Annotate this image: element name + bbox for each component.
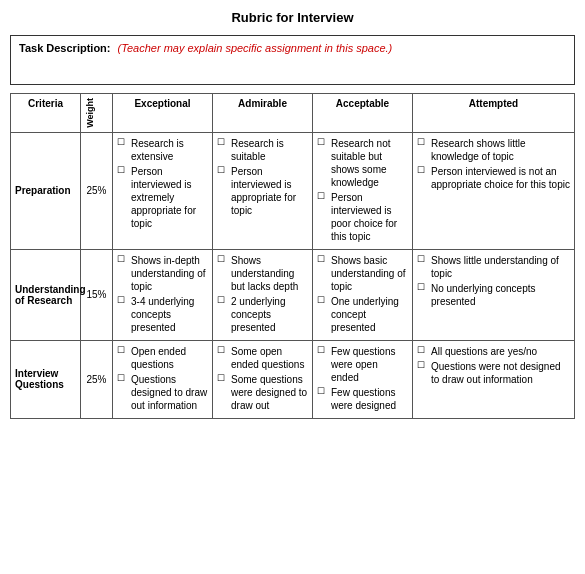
list-item: Research is extensive [117,137,208,163]
header-exceptional: Exceptional [113,94,213,133]
list-item: Person interviewed is extremely appropri… [117,165,208,230]
admirable-cell: Shows understanding but lacks depth2 und… [213,249,313,340]
page-title: Rubric for Interview [10,10,575,25]
acceptable-cell: Shows basic understanding of topicOne un… [313,249,413,340]
criteria-cell: Interview Questions [11,340,81,418]
admirable-cell: Research is suitablePerson interviewed i… [213,132,313,249]
task-description-box: Task Description: (Teacher may explain s… [10,35,575,85]
list-item: Some questions were designed to draw out [217,373,308,412]
rubric-body: Preparation25%Research is extensivePerso… [11,132,575,418]
acceptable-cell: Research not suitable but shows some kno… [313,132,413,249]
list-item: Shows understanding but lacks depth [217,254,308,293]
criteria-cell: Understanding of Research [11,249,81,340]
list-item: Shows in-depth understanding of topic [117,254,208,293]
list-item: Person interviewed is appropriate for to… [217,165,308,217]
list-item: Some open ended questions [217,345,308,371]
list-item: Few questions were open ended [317,345,408,384]
header-acceptable: Acceptable [313,94,413,133]
weight-cell: 25% [81,132,113,249]
list-item: One underlying concept presented [317,295,408,334]
criteria-cell: Preparation [11,132,81,249]
table-row: Understanding of Research15%Shows in-dep… [11,249,575,340]
table-row: Interview Questions25%Open ended questio… [11,340,575,418]
list-item: Person interviewed is poor choice for th… [317,191,408,243]
list-item: Research not suitable but shows some kno… [317,137,408,189]
list-item: Research is suitable [217,137,308,163]
weight-cell: 15% [81,249,113,340]
attempted-cell: Research shows little knowledge of topic… [413,132,575,249]
exceptional-cell: Open ended questionsQuestions designed t… [113,340,213,418]
attempted-cell: Shows little understanding of topicNo un… [413,249,575,340]
rubric-table: Criteria Weight Exceptional Admirable Ac… [10,93,575,419]
admirable-cell: Some open ended questionsSome questions … [213,340,313,418]
header-admirable: Admirable [213,94,313,133]
list-item: All questions are yes/no [417,345,570,358]
list-item: Shows little understanding of topic [417,254,570,280]
list-item: Open ended questions [117,345,208,371]
task-desc-label: Task Description: [19,42,111,54]
list-item: Person interviewed is not an appropriate… [417,165,570,191]
header-weight: Weight [81,94,113,133]
list-item: Research shows little knowledge of topic [417,137,570,163]
list-item: Shows basic understanding of topic [317,254,408,293]
table-row: Preparation25%Research is extensivePerso… [11,132,575,249]
list-item: Questions were not designed to draw out … [417,360,570,386]
weight-cell: 25% [81,340,113,418]
header-attempted: Attempted [413,94,575,133]
acceptable-cell: Few questions were open endedFew questio… [313,340,413,418]
list-item: No underlying concepts presented [417,282,570,308]
exceptional-cell: Research is extensivePerson interviewed … [113,132,213,249]
task-desc-value: (Teacher may explain specific assignment… [118,42,393,54]
attempted-cell: All questions are yes/noQuestions were n… [413,340,575,418]
list-item: 3-4 underlying concepts presented [117,295,208,334]
header-criteria: Criteria [11,94,81,133]
list-item: 2 underlying concepts presented [217,295,308,334]
list-item: Questions designed to draw out informati… [117,373,208,412]
table-header-row: Criteria Weight Exceptional Admirable Ac… [11,94,575,133]
list-item: Few questions were designed [317,386,408,412]
exceptional-cell: Shows in-depth understanding of topic3-4… [113,249,213,340]
